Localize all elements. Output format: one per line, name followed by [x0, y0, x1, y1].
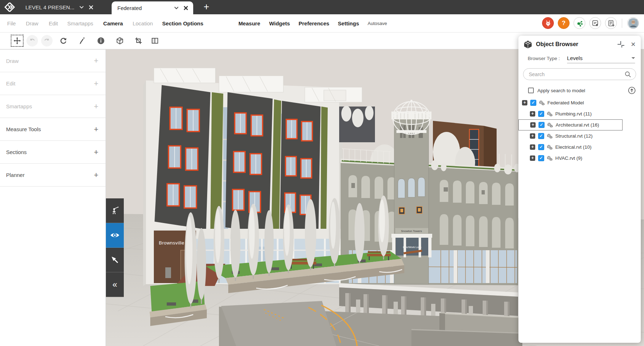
- search-icon[interactable]: [624, 71, 631, 78]
- crop-section-tool[interactable]: [132, 35, 145, 47]
- panel-title: Object Browser: [536, 41, 616, 48]
- model-icon: [547, 144, 553, 150]
- menu-camera[interactable]: Camera: [103, 20, 123, 26]
- close-panel-icon[interactable]: ✕: [631, 41, 636, 48]
- model-icon: [539, 100, 545, 106]
- menu-smartapps[interactable]: Smartapps: [67, 20, 93, 26]
- viewport-mode-toolbar: «: [106, 198, 124, 297]
- header-actions: ?: [542, 17, 639, 29]
- menu-bar: File Draw Edit Smartapps Camera Location…: [0, 14, 644, 32]
- apply-search-checkbox-unchecked[interactable]: [528, 88, 534, 93]
- expand-plus-icon: +: [94, 102, 98, 111]
- object-browser-cube-icon: [523, 40, 532, 49]
- tab-label: LEVEL 4 PRESEN...: [25, 4, 74, 10]
- menu-file[interactable]: File: [7, 20, 16, 26]
- checkbox-checked[interactable]: ✓: [530, 100, 536, 106]
- chevron-down-icon[interactable]: [174, 6, 179, 9]
- undo-button[interactable]: [26, 35, 38, 46]
- search-box: [523, 68, 636, 80]
- view-mode-button-active[interactable]: [106, 223, 124, 248]
- checkbox-checked[interactable]: ✓: [538, 133, 544, 139]
- help-button[interactable]: ?: [558, 17, 570, 29]
- select-mode-button[interactable]: [106, 248, 124, 272]
- menu-section-options[interactable]: Section Options: [162, 20, 203, 26]
- tab-federated-active[interactable]: Federated: [112, 1, 193, 14]
- redo-button[interactable]: [41, 35, 53, 46]
- expand-plus-icon: +: [94, 125, 98, 134]
- accordion-planner[interactable]: Planner +: [0, 164, 106, 187]
- checkbox-checked[interactable]: ✓: [538, 155, 544, 161]
- tree-item-hvac[interactable]: + ✓ HVAC.rvt (9): [518, 153, 641, 164]
- menu-settings[interactable]: Settings: [338, 20, 359, 26]
- expand-icon[interactable]: +: [530, 155, 535, 161]
- divider: [622, 19, 622, 28]
- menu-measure[interactable]: Measure: [238, 20, 260, 26]
- menu-edit[interactable]: Edit: [49, 20, 58, 26]
- model-icon: [547, 122, 553, 128]
- app-logo-icon: [4, 3, 16, 12]
- share-collaboration-button[interactable]: [574, 17, 585, 29]
- dock-panel-icon[interactable]: [616, 40, 625, 49]
- menu-preferences[interactable]: Preferences: [298, 20, 329, 26]
- object-browser-header: Object Browser ✕: [518, 36, 641, 53]
- checkbox-checked[interactable]: ✓: [538, 144, 544, 150]
- assistant-robot-button[interactable]: [542, 17, 554, 29]
- expand-plus-icon: +: [94, 79, 98, 88]
- tab-label: Federated: [117, 5, 169, 11]
- accordion-draw[interactable]: Draw +: [0, 49, 106, 72]
- browser-type-row: Browser Type : Levels: [518, 53, 641, 63]
- close-tab-icon[interactable]: [89, 5, 93, 10]
- isolate-selection-icon[interactable]: [628, 86, 636, 94]
- menu-location[interactable]: Location: [133, 20, 153, 26]
- expand-plus-icon: +: [94, 170, 98, 180]
- autosave-status: Autosave: [368, 21, 387, 26]
- expand-icon[interactable]: +: [530, 133, 535, 139]
- tower-sign-text: Snowton Towers: [401, 229, 422, 233]
- tree-item-plumbing[interactable]: + ✓ Plumbing.rvt (11): [518, 108, 641, 119]
- expand-plus-icon: +: [94, 148, 98, 157]
- close-tab-icon[interactable]: [184, 6, 188, 10]
- expand-icon[interactable]: +: [530, 144, 535, 150]
- user-avatar[interactable]: [627, 17, 639, 29]
- expand-icon[interactable]: +: [530, 122, 536, 128]
- accordion-measure-tools[interactable]: Measure Tools +: [0, 118, 106, 141]
- tree-item-architectural-selected[interactable]: + ✓ Architectural.rvt (16): [518, 119, 623, 130]
- expand-plus-icon: +: [94, 56, 98, 65]
- issue-report-button[interactable]: [589, 17, 601, 29]
- left-panel-sidebar: Draw + Edit + Smartapps + Measure Tools …: [0, 49, 106, 346]
- expand-icon[interactable]: +: [530, 111, 535, 117]
- add-report-button[interactable]: [605, 17, 617, 29]
- collapse-toolbar-button[interactable]: «: [106, 272, 124, 297]
- chevron-down-icon: [631, 57, 635, 59]
- expand-icon[interactable]: +: [522, 100, 527, 105]
- accordion-sections[interactable]: Sections +: [0, 141, 106, 164]
- split-view-tool[interactable]: [148, 35, 161, 47]
- tree-item-structural[interactable]: + ✓ Structural.rvt (12): [518, 130, 641, 142]
- cube-isolate-tool[interactable]: [113, 35, 126, 47]
- marker-pen-tool[interactable]: [75, 35, 88, 47]
- info-tool[interactable]: [94, 35, 107, 47]
- search-input[interactable]: [529, 71, 624, 77]
- apply-search-label: Apply search to model: [537, 88, 628, 93]
- menu-draw[interactable]: Draw: [26, 20, 38, 26]
- model-tree: + ✓ Federated Model + ✓ Plumbing.rvt (11…: [518, 97, 641, 164]
- apply-search-row: Apply search to model: [528, 86, 636, 94]
- pan-move-tool-selected[interactable]: [11, 35, 24, 47]
- tree-item-federated-model[interactable]: + ✓ Federated Model: [518, 97, 641, 108]
- chevron-down-icon[interactable]: [79, 6, 84, 9]
- checkbox-checked[interactable]: ✓: [538, 122, 545, 128]
- browser-type-label: Browser Type :: [528, 56, 560, 61]
- tab-level4-presentation[interactable]: LEVEL 4 PRESEN...: [20, 0, 106, 14]
- checkbox-checked[interactable]: ✓: [538, 111, 544, 117]
- browser-type-select[interactable]: Levels: [567, 55, 635, 63]
- tree-item-electrical[interactable]: + ✓ Electrical.rvt (10): [518, 142, 641, 153]
- double-chevron-left-icon: «: [112, 280, 117, 290]
- menu-widgets[interactable]: Widgets: [269, 20, 290, 26]
- object-browser-panel: Object Browser ✕ Browser Type : Levels A…: [518, 36, 641, 343]
- reset-view-button[interactable]: [57, 35, 70, 47]
- accordion-edit[interactable]: Edit +: [0, 72, 106, 95]
- accordion-smartapps[interactable]: Smartapps +: [0, 95, 106, 118]
- model-icon: [547, 111, 553, 117]
- walkthrough-mode-button[interactable]: [106, 198, 124, 223]
- new-tab-button[interactable]: +: [200, 1, 213, 13]
